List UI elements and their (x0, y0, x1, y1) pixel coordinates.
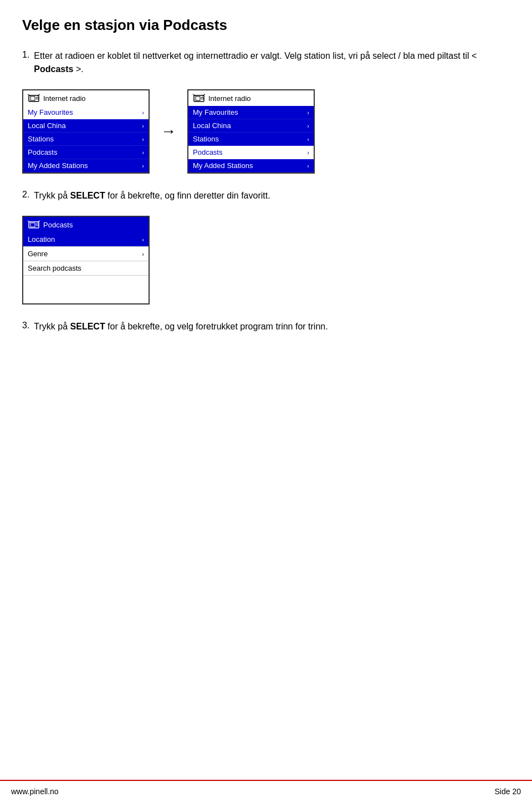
screen2-box: Internet radio My Favourites › Local Chi… (187, 89, 315, 174)
screen3-box: Podcasts Location › Genre › Search podca… (22, 216, 150, 304)
step-3-text: Trykk på SELECT for å bekrefte, og velg … (34, 320, 328, 333)
svg-point-12 (36, 224, 38, 226)
screen3-item-1: Genre › (23, 247, 149, 261)
chevron-icon: › (307, 109, 309, 116)
radio-icon-3 (28, 220, 40, 229)
screen1-item-2: Stations › (23, 133, 149, 146)
chevron-icon: › (142, 136, 144, 143)
screen2-item-3: Podcasts › (188, 146, 314, 159)
screen1-menu: My Favourites › Local China › Stations ›… (23, 106, 149, 172)
step-1-number: 1. (22, 49, 29, 60)
screen1-header: Internet radio (23, 90, 149, 106)
footer: www.pinell.no Side 20 (0, 780, 532, 802)
svg-point-7 (201, 97, 203, 99)
screen2-menu: My Favourites › Local China › Stations ›… (188, 106, 314, 172)
screen3-item-0: Location › (23, 232, 149, 247)
step-3-number: 3. (22, 320, 29, 331)
radio-icon-1 (28, 94, 40, 103)
svg-rect-11 (30, 223, 35, 227)
step-2-text: Trykk på SELECT for å bekrefte, og finn … (34, 189, 270, 202)
screen2-item-4: My Added Stations › (188, 159, 314, 172)
chevron-icon: › (142, 123, 144, 129)
step-1-text: Etter at radioen er koblet til nettverke… (34, 49, 510, 76)
chevron-icon: › (142, 236, 144, 243)
screen2-item-2: Stations › (188, 133, 314, 146)
screen3-container: Podcasts Location › Genre › Search podca… (22, 216, 510, 304)
chevron-icon: › (307, 149, 309, 156)
screen1-box: Internet radio My Favourites › Local Chi… (22, 89, 150, 174)
screen1-item-0: My Favourites › (23, 106, 149, 119)
svg-rect-1 (30, 97, 35, 100)
screen1-item-1: Local China › (23, 119, 149, 133)
arrow-right: → (161, 123, 176, 140)
svg-point-2 (36, 97, 38, 99)
chevron-icon: › (142, 251, 144, 257)
step-1: 1. Etter at radioen er koblet til nettve… (22, 49, 510, 76)
screen2-header-text: Internet radio (208, 94, 251, 103)
chevron-icon: › (142, 149, 144, 156)
step-2: 2. Trykk på SELECT for å bekrefte, og fi… (22, 189, 510, 202)
svg-rect-6 (196, 97, 200, 100)
step-3: 3. Trykk på SELECT for å bekrefte, og ve… (22, 320, 510, 333)
screen3-empty-space (23, 276, 149, 303)
screen3-header-text: Podcasts (43, 221, 73, 229)
chevron-icon: › (307, 163, 309, 169)
screen2-item-1: Local China › (188, 119, 314, 133)
chevron-icon: › (142, 109, 144, 116)
screen2-header: Internet radio (188, 90, 314, 106)
radio-icon-2 (193, 94, 205, 103)
screen3-menu: Location › Genre › Search podcasts (23, 232, 149, 303)
screen1-item-3: Podcasts › (23, 146, 149, 159)
screen1-header-text: Internet radio (43, 94, 86, 103)
chevron-icon: › (142, 163, 144, 169)
chevron-icon: › (307, 136, 309, 143)
screen1-item-4: My Added Stations › (23, 159, 149, 172)
screen3-header: Podcasts (23, 217, 149, 232)
page-content: Velge en stasjon via Podcasts 1. Etter a… (0, 0, 532, 391)
chevron-icon: › (307, 123, 309, 129)
screen3-item-2: Search podcasts (23, 261, 149, 276)
footer-page: Side 20 (495, 787, 521, 796)
screen2-item-0: My Favourites › (188, 106, 314, 119)
page-title: Velge en stasjon via Podcasts (22, 17, 510, 34)
footer-url: www.pinell.no (11, 787, 59, 796)
screenshots-row: Internet radio My Favourites › Local Chi… (22, 89, 510, 174)
step-2-number: 2. (22, 189, 29, 200)
